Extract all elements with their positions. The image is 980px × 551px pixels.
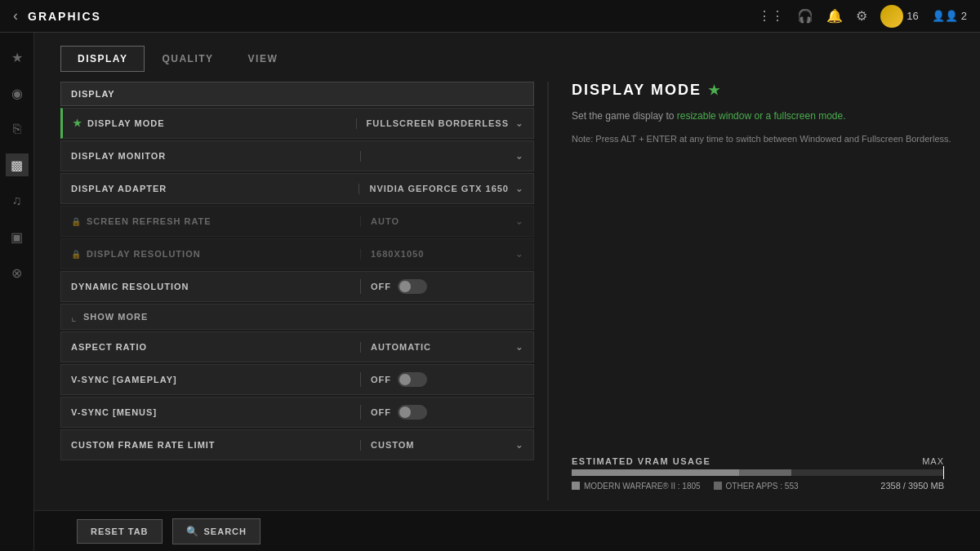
star-icon-detail: ★: [708, 82, 721, 98]
sidebar-icon-star[interactable]: ★: [6, 46, 29, 69]
vram-dot-other: [714, 482, 722, 490]
show-more-corner-icon: ⌞: [71, 310, 77, 323]
setting-value-screen-refresh-rate: AUTO ⌄: [360, 216, 523, 227]
vram-section: ESTIMATED VRAM USAGE MAX MODERN WARFARE®…: [562, 447, 954, 500]
chevron-icon-display-mode: ⌄: [515, 118, 523, 129]
vram-legend-mw: MODERN WARFARE® II : 1805: [572, 482, 701, 491]
left-panel: DISPLAY ★ DISPLAY MODE FULLSCREEN BORDER…: [60, 82, 534, 500]
chevron-icon-screen-refresh: ⌄: [515, 216, 523, 227]
lock-icon-refresh: 🔒: [71, 217, 82, 226]
detail-desc-link[interactable]: resizable window or a fullscreen mode.: [677, 110, 846, 122]
detail-note: Note: Press ALT + ENTER at any time to s…: [572, 132, 954, 147]
tab-quality[interactable]: QUALITY: [145, 46, 230, 72]
setting-label-vsync-menus: V-SYNC [MENUS]: [71, 407, 360, 417]
setting-label-display-mode: ★ DISPLAY MODE: [73, 118, 356, 129]
setting-value-display-adapter: NVIDIA GEFORCE GTX 1650 ⌄: [359, 184, 523, 194]
players-badge: 👤👤 2: [932, 10, 967, 22]
grid-icon[interactable]: ⋮⋮: [758, 8, 784, 24]
vram-legend-other: OTHER APPS : 553: [714, 482, 799, 491]
setting-value-display-resolution: 1680X1050 ⌄: [360, 249, 523, 260]
search-button[interactable]: 🔍 SEARCH: [172, 518, 261, 544]
setting-label-aspect-ratio: ASPECT RATIO: [71, 342, 360, 352]
chevron-icon-display-monitor: ⌄: [515, 151, 523, 162]
vram-title: ESTIMATED VRAM USAGE: [572, 456, 710, 466]
right-panel: DISPLAY MODE ★ Set the game display to r…: [562, 82, 954, 500]
center-divider: [547, 82, 549, 500]
headset-icon[interactable]: 🎧: [797, 8, 813, 24]
back-icon[interactable]: ‹: [13, 7, 18, 24]
players-value: 2: [961, 10, 967, 22]
vram-legend: MODERN WARFARE® II : 1805 OTHER APPS : 5…: [572, 481, 944, 491]
sidebar-icon-display[interactable]: ▣: [6, 225, 29, 248]
chevron-icon-resolution: ⌄: [515, 249, 523, 260]
setting-value-dynamic-resolution: OFF: [360, 279, 523, 294]
star-icon-display-mode: ★: [73, 118, 82, 129]
toggle-knob-vsync-gameplay: [399, 374, 411, 385]
setting-row-screen-refresh-rate: 🔒 SCREEN REFRESH RATE AUTO ⌄: [60, 206, 534, 237]
setting-row-vsync-menus[interactable]: V-SYNC [MENUS] OFF: [60, 397, 534, 428]
setting-row-display-mode[interactable]: ★ DISPLAY MODE FULLSCREEN BORDERLESS ⌄: [60, 108, 534, 139]
toggle-knob-vsync-menus: [399, 407, 411, 418]
sidebar-icon-network[interactable]: ⊗: [6, 261, 29, 284]
setting-value-aspect-ratio: AUTOMATIC ⌄: [360, 342, 523, 353]
section-header: DISPLAY: [60, 82, 534, 106]
vram-bar-mw: [572, 469, 739, 476]
setting-row-dynamic-resolution[interactable]: DYNAMIC RESOLUTION OFF: [60, 271, 534, 302]
setting-row-display-adapter[interactable]: DISPLAY ADAPTER NVIDIA GEFORCE GTX 1650 …: [60, 173, 534, 204]
setting-label-dynamic-resolution: DYNAMIC RESOLUTION: [71, 282, 360, 291]
main-layout: ★ ◉ ⎘ ▩ ♫ ▣ ⊗ DISPLAY QUALITY VIEW DISPL…: [0, 33, 980, 551]
avatar: [880, 5, 903, 28]
toggle-vsync-gameplay[interactable]: [398, 372, 427, 387]
tab-view[interactable]: VIEW: [231, 46, 296, 72]
setting-row-aspect-ratio[interactable]: ASPECT RATIO AUTOMATIC ⌄: [60, 331, 534, 362]
setting-row-custom-frame-rate[interactable]: CUSTOM FRAME RATE LIMIT CUSTOM ⌄: [60, 429, 534, 460]
show-more-label[interactable]: SHOW MORE: [83, 312, 148, 322]
show-more-row[interactable]: ⌞ SHOW MORE: [60, 304, 534, 330]
xp-badge: 16: [880, 5, 918, 28]
setting-label-custom-frame-rate: CUSTOM FRAME RATE LIMIT: [71, 440, 360, 450]
vram-max-label: MAX: [922, 456, 944, 466]
sidebar-icon-gamepad[interactable]: ⎘: [6, 118, 29, 140]
chevron-icon-display-adapter: ⌄: [515, 184, 523, 194]
setting-label-display-adapter: DISPLAY ADAPTER: [71, 184, 359, 193]
setting-label-display-monitor: DISPLAY MONITOR: [71, 151, 360, 161]
setting-label-display-resolution: 🔒 DISPLAY RESOLUTION: [71, 249, 360, 259]
setting-label-screen-refresh-rate: 🔒 SCREEN REFRESH RATE: [71, 216, 360, 226]
page-title: GRAPHICS: [28, 10, 101, 23]
sidebar: ★ ◉ ⎘ ▩ ♫ ▣ ⊗: [0, 33, 34, 551]
setting-value-custom-frame-rate: CUSTOM ⌄: [360, 440, 523, 451]
tab-display[interactable]: DISPLAY: [60, 46, 145, 72]
reset-tab-button[interactable]: RESET TAB: [77, 519, 163, 544]
top-bar: ‹ GRAPHICS ⋮⋮ 🎧 🔔 ⚙ 16 👤👤 2: [0, 0, 980, 33]
xp-value: 16: [906, 10, 918, 22]
sidebar-icon-audio[interactable]: ♫: [6, 189, 29, 212]
lock-icon-resolution: 🔒: [71, 250, 82, 259]
setting-row-vsync-gameplay[interactable]: V-SYNC [GAMEPLAY] OFF: [60, 364, 534, 395]
setting-row-display-resolution: 🔒 DISPLAY RESOLUTION 1680X1050 ⌄: [60, 238, 534, 269]
sidebar-icon-graphics[interactable]: ▩: [6, 153, 29, 176]
detail-desc: Set the game display to resizable window…: [572, 109, 954, 124]
setting-label-vsync-gameplay: V-SYNC [GAMEPLAY]: [71, 375, 360, 384]
chevron-icon-custom-frame-rate: ⌄: [515, 440, 523, 451]
tab-bar: DISPLAY QUALITY VIEW: [34, 33, 980, 72]
top-bar-right: ⋮⋮ 🎧 🔔 ⚙ 16 👤👤 2: [758, 5, 967, 28]
toggle-vsync-menus[interactable]: [398, 405, 427, 420]
players-icon: 👤👤: [932, 10, 958, 22]
detail-title: DISPLAY MODE ★: [572, 82, 954, 99]
search-icon: 🔍: [186, 526, 199, 537]
vram-usage-text: 2358 / 3950 MB: [880, 481, 944, 491]
setting-row-display-monitor[interactable]: DISPLAY MONITOR ⌄: [60, 140, 534, 171]
content-area: DISPLAY QUALITY VIEW DISPLAY ★ DISPLAY M…: [34, 33, 980, 551]
setting-value-display-mode: FULLSCREEN BORDERLESS ⌄: [356, 118, 523, 129]
toggle-knob: [399, 281, 411, 292]
top-bar-left: ‹ GRAPHICS: [13, 7, 101, 24]
two-col: DISPLAY ★ DISPLAY MODE FULLSCREEN BORDER…: [34, 72, 980, 510]
toggle-dynamic-resolution[interactable]: [398, 279, 427, 294]
setting-value-vsync-gameplay: OFF: [360, 372, 523, 387]
gear-icon[interactable]: ⚙: [856, 8, 867, 24]
bell-icon[interactable]: 🔔: [826, 8, 843, 24]
setting-value-vsync-menus: OFF: [360, 405, 523, 420]
sidebar-icon-shield[interactable]: ◉: [6, 82, 29, 104]
setting-value-display-monitor: ⌄: [360, 151, 523, 162]
vram-dot-mw: [572, 482, 580, 490]
